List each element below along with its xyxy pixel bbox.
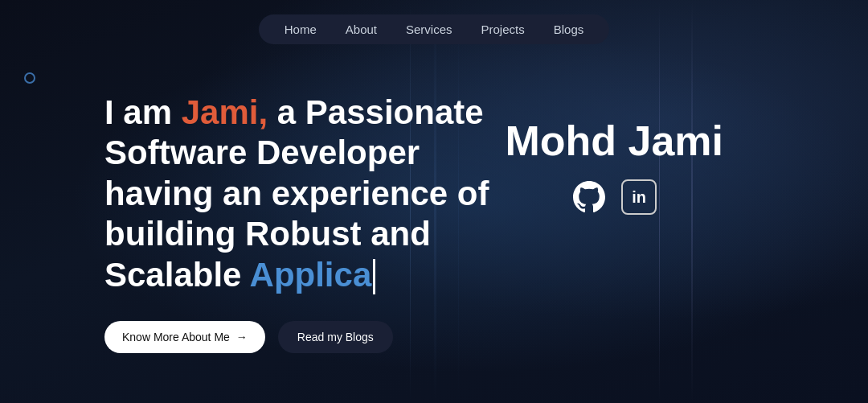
page-content: Home About Services Projects Blogs I am …: [0, 0, 868, 403]
cursor: [373, 259, 375, 294]
nav-item-projects[interactable]: Projects: [481, 23, 525, 36]
know-more-button[interactable]: Know More About Me →: [104, 321, 265, 353]
hero-name: Mohd Jami: [505, 117, 723, 165]
read-blogs-button[interactable]: Read my Blogs: [278, 321, 393, 353]
arrow-icon: →: [236, 331, 248, 343]
read-blogs-label: Read my Blogs: [297, 331, 374, 343]
navbar: Home About Services Projects Blogs: [0, 0, 868, 44]
know-more-label: Know More About Me: [122, 331, 230, 343]
circle-indicator: [24, 72, 35, 84]
social-icons: in: [571, 179, 657, 215]
linkedin-icon[interactable]: in: [621, 179, 657, 215]
nav-item-about[interactable]: About: [346, 23, 377, 36]
hero-title: I am Jami, a Passionate Software Develop…: [104, 93, 505, 295]
github-icon[interactable]: [571, 179, 607, 215]
nav-item-blogs[interactable]: Blogs: [554, 23, 584, 36]
linkedin-letter: in: [632, 188, 646, 207]
nav-pill: Home About Services Projects Blogs: [259, 14, 609, 44]
typed-word: Applica: [250, 256, 372, 294]
name-highlight: Jami,: [182, 93, 268, 131]
hero-right: Mohd Jami in: [505, 117, 723, 215]
nav-item-home[interactable]: Home: [285, 23, 317, 36]
hero-buttons: Know More About Me → Read my Blogs: [104, 321, 505, 353]
intro-prefix: I am: [104, 93, 182, 131]
nav-item-services[interactable]: Services: [406, 23, 452, 36]
hero-section: I am Jami, a Passionate Software Develop…: [0, 44, 868, 353]
hero-left: I am Jami, a Passionate Software Develop…: [104, 93, 505, 353]
